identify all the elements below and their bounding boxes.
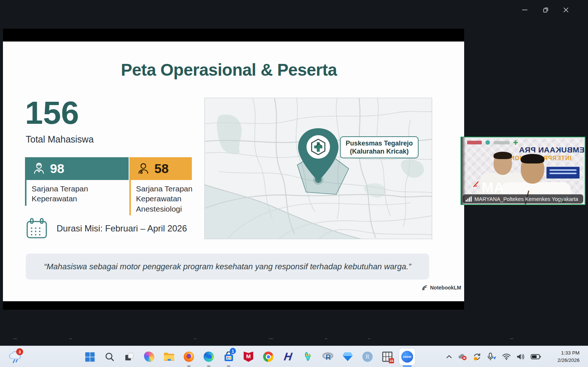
store-button[interactable]: 1 <box>220 348 237 365</box>
copilot-button[interactable] <box>141 348 157 365</box>
edge-button[interactable] <box>201 348 217 365</box>
task-view-icon <box>125 352 135 362</box>
slide-letterbox-bottom <box>3 301 464 310</box>
participant-name: MARYANA_Poltekes Kemenkes Yogyakarta <box>474 196 578 202</box>
program-label-anestesiologi: Sarjana Terapan Keperawatan Anestesiolog… <box>129 180 194 215</box>
sync-update-icon[interactable] <box>473 353 481 361</box>
signal-bars-icon <box>466 196 472 202</box>
presentation-slide: Peta Operasional & Peserta 156 Total Mah… <box>3 42 464 301</box>
weather-notification-badge: 3 <box>16 348 23 355</box>
program-count: 98 <box>50 161 64 176</box>
chrome-icon <box>263 352 273 362</box>
volume-icon[interactable] <box>516 353 525 360</box>
calendar-icon <box>26 218 48 239</box>
quote-text: “Mahasiswa sebagai motor penggerak progr… <box>44 262 411 271</box>
wifi-icon[interactable] <box>502 353 511 360</box>
health-cross-icon <box>513 140 518 145</box>
search-button[interactable] <box>101 348 118 365</box>
running-indicator <box>227 366 230 367</box>
program-stat-anestesiologi: 58 <box>129 157 192 180</box>
partial-name-overlay: MA <box>482 180 504 196</box>
zoom-icon: zoom <box>401 351 413 363</box>
store-update-badge: 1 <box>230 348 236 354</box>
calendar-date-badge: 15 <box>389 358 394 363</box>
banner-caption-box <box>546 167 580 179</box>
restore-icon <box>542 7 549 13</box>
banner-title-mirrored: PEMBUKAAN PRA <box>498 145 585 154</box>
battery-icon[interactable] <box>531 354 541 360</box>
clock-date: 2/26/2026 <box>557 357 580 364</box>
zoom-button[interactable]: zoom <box>399 348 415 365</box>
mission-duration-row: Durasi Misi: Februari – April 2026 <box>26 218 187 239</box>
participant-video-tile[interactable]: PEMBUKAAN PRA INTERPROFESSION MA MA <box>460 137 585 205</box>
active-app-indicator <box>403 366 412 367</box>
screen-share-region: Peta Operasional & Peserta 156 Total Mah… <box>3 29 464 310</box>
r-app-button[interactable]: R <box>320 348 336 365</box>
taskbar-icons: 1 M H R <box>82 348 419 365</box>
nurse-icon <box>32 162 46 175</box>
notebooklm-watermark: NotebookLM <box>422 285 461 291</box>
clock-time: 1:33 PM <box>557 349 580 357</box>
start-button[interactable] <box>82 348 98 365</box>
banner-logos <box>467 140 518 145</box>
system-tray <box>446 346 541 367</box>
total-students-value: 156 <box>25 97 79 129</box>
quote-bar: “Mahasiswa sebagai motor penggerak progr… <box>26 253 429 280</box>
windows-taskbar: 3 <box>0 346 588 367</box>
tray-chevron-icon[interactable] <box>446 355 452 359</box>
windows-start-icon <box>85 352 95 362</box>
participant-name-bar: MARYANA_Poltekes Kemenkes Yogyakarta <box>463 194 583 204</box>
map-graphic <box>205 98 432 239</box>
watermark-text: NotebookLM <box>430 285 461 291</box>
running-indicator <box>207 366 211 367</box>
doctor-icon <box>137 162 150 175</box>
mission-duration-text: Durasi Misi: Februari – April 2026 <box>57 223 187 234</box>
firefox-icon <box>184 352 194 362</box>
h-app-button[interactable]: H <box>280 348 296 365</box>
running-indicator <box>187 366 191 367</box>
file-explorer-icon <box>164 352 175 361</box>
map-pin-label: Puskesmas Tegalrejo (Kalurahan Kricak) <box>340 136 419 158</box>
edge-icon <box>204 352 214 362</box>
gis-map-icon <box>303 352 313 362</box>
close-button[interactable] <box>561 5 571 15</box>
gem-icon <box>343 352 353 361</box>
gis-map-app-button[interactable] <box>300 348 316 365</box>
r-circle-icon: R <box>362 352 373 362</box>
program-stat-keperawatan: 98 <box>25 157 129 180</box>
slide-letterbox-top <box>3 29 464 42</box>
calendar-app-button[interactable]: 15 <box>379 348 395 365</box>
muted-mic-icon <box>472 181 480 188</box>
gem-app-button[interactable] <box>340 348 356 365</box>
app-grid-icon: 15 <box>382 352 392 362</box>
close-icon <box>563 7 569 13</box>
task-view-button[interactable] <box>121 348 137 365</box>
chrome-button[interactable] <box>260 348 276 365</box>
mcafee-button[interactable]: M <box>240 348 257 365</box>
firefox-button[interactable] <box>181 348 197 365</box>
mic-in-use-icon[interactable] <box>487 353 496 361</box>
total-students-label: Total Mahasiswa <box>26 134 94 145</box>
program-label-keperawatan: Sarjana Terapan Keperawatan <box>25 180 113 206</box>
search-icon <box>105 352 114 361</box>
pin-title: Puskesmas Tegalrejo <box>346 139 413 148</box>
notebooklm-icon <box>422 285 428 291</box>
file-explorer-button[interactable] <box>161 348 177 365</box>
restore-button[interactable] <box>541 5 551 15</box>
minimize-button[interactable] <box>520 5 530 15</box>
banner-logo-red <box>467 141 482 144</box>
onedrive-error-icon[interactable] <box>458 353 467 360</box>
banner-logo-gray <box>494 141 510 144</box>
banner-logo-teal <box>485 140 490 145</box>
r-logo-icon: R <box>322 352 333 361</box>
copilot-icon <box>144 352 154 362</box>
h-app-icon: H <box>283 350 293 363</box>
minimize-icon <box>522 7 528 13</box>
program-count: 58 <box>154 161 169 176</box>
mcafee-shield-icon: M <box>244 352 253 362</box>
r-console-button[interactable]: R <box>359 348 376 365</box>
taskbar-clock[interactable]: 1:33 PM 2/26/2026 <box>557 349 580 364</box>
pin-subtitle: (Kalurahan Kricak) <box>350 147 409 156</box>
weather-widget[interactable]: 3 <box>7 349 24 365</box>
slide-title: Peta Operasional & Peserta <box>3 60 455 80</box>
